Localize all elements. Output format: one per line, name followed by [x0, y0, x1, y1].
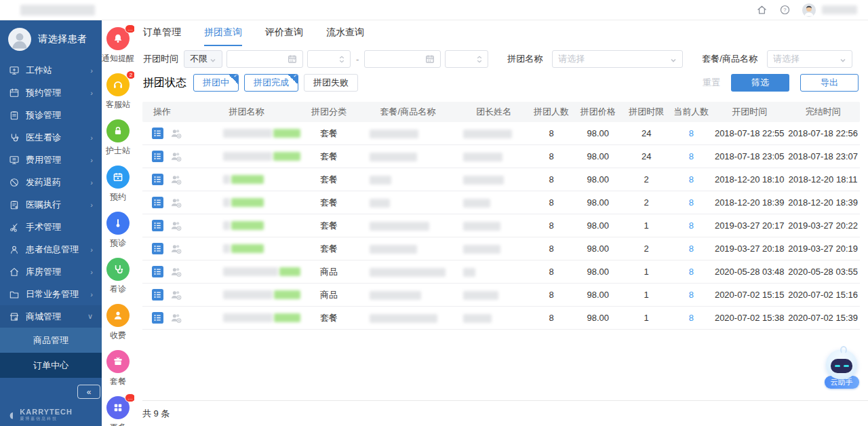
sidebar-item-3[interactable]: 预诊管理 [0, 104, 102, 126]
group-category: 套餐 [300, 243, 358, 255]
cancel-group-icon[interactable] [170, 197, 182, 208]
rail-item-6[interactable]: 看诊 [106, 258, 130, 295]
current-count-link[interactable]: 8 [670, 174, 713, 185]
rail-item-3[interactable]: 护士站 [106, 119, 130, 157]
chevron-right-icon: › [90, 246, 93, 254]
rail-item-label: 通知提醒 [102, 53, 134, 64]
group-name-redacted [193, 198, 300, 207]
start-time: 2019-03-27 20:18 [713, 244, 786, 254]
cancel-group-icon[interactable] [170, 220, 182, 231]
current-count-link[interactable]: 8 [670, 151, 713, 161]
sidebar-item-8[interactable]: 手术管理 [0, 216, 102, 238]
end-date-input[interactable] [364, 50, 441, 68]
sidebar-collapse-button[interactable]: « [77, 385, 100, 399]
time-limit: 1 [623, 220, 670, 231]
product-name-redacted [357, 244, 458, 254]
detail-icon[interactable] [152, 128, 163, 139]
people-count: 8 [530, 290, 572, 300]
detail-icon[interactable] [152, 174, 163, 185]
current-count-link[interactable]: 8 [670, 267, 713, 277]
column-header: 当前人数 [670, 106, 713, 118]
rail-item-4[interactable]: 预约 [106, 166, 130, 203]
sidebar-subitem-2[interactable]: 订单中心 [0, 353, 102, 378]
status-option-3[interactable]: 拼团失败 [304, 74, 358, 92]
sidebar-item-12[interactable]: 商城管理∨ [0, 305, 102, 328]
detail-icon[interactable] [152, 266, 163, 277]
home-icon[interactable] [755, 4, 768, 16]
sidebar-item-6[interactable]: 发药退药› [0, 171, 102, 193]
column-header: 拼团价格 [573, 106, 623, 118]
current-count-link[interactable]: 8 [670, 220, 713, 231]
cancel-group-icon[interactable] [170, 266, 182, 277]
detail-icon[interactable] [152, 243, 163, 254]
product-name-select[interactable]: 请选择 [767, 50, 852, 68]
sidebar-item-1[interactable]: 工作站› [0, 59, 102, 81]
group-name-select[interactable]: 请选择 [552, 50, 683, 68]
rail-item-9[interactable]: …更多 [106, 396, 130, 426]
sidebar-item-label: 医嘱执行 [26, 199, 90, 211]
detail-icon[interactable] [152, 220, 163, 231]
surgery-icon [9, 222, 20, 233]
filter-button[interactable]: 筛选 [731, 74, 789, 92]
rail-item-7[interactable]: 收费 [106, 304, 130, 341]
start-date-input[interactable] [226, 50, 303, 68]
cancel-group-icon[interactable] [170, 128, 182, 139]
sidebar-item-2[interactable]: 预约管理› [0, 81, 102, 104]
time-limit: 2 [623, 174, 670, 185]
reset-button[interactable]: 重置 [703, 77, 720, 89]
lock-icon [106, 119, 130, 142]
patient-selector[interactable]: 请选择患者 [0, 20, 102, 58]
sidebar-item-4[interactable]: 医生看诊› [0, 126, 102, 149]
pharmacy-icon [9, 177, 20, 188]
current-count-link[interactable]: 8 [670, 197, 713, 208]
time-preset-select[interactable]: 不限 [184, 50, 222, 68]
status-option-1[interactable]: 拼团中 [193, 74, 239, 92]
chevron-right-icon: › [90, 268, 93, 276]
sidebar-subitem-1[interactable]: 商品管理 [0, 328, 102, 353]
sidebar-item-5[interactable]: 费用管理› [0, 149, 102, 171]
help-icon[interactable]: ? [778, 4, 791, 16]
group-price: 98.00 [573, 290, 623, 300]
cloud-assistant[interactable]: 云助手 [822, 349, 861, 389]
current-count-link[interactable]: 8 [670, 290, 713, 300]
start-time: 2018-12-20 18:39 [713, 197, 786, 208]
chevron-down-icon: ∨ [87, 312, 93, 321]
tab-1[interactable]: 订单管理 [143, 26, 181, 46]
cancel-group-icon[interactable] [170, 243, 182, 254]
sidebar-item-7[interactable]: 医嘱执行› [0, 193, 102, 216]
status-option-2[interactable]: 拼团完成 [244, 74, 298, 92]
rail-item-8[interactable]: 套餐 [106, 350, 130, 387]
sidebar-item-10[interactable]: 库房管理› [0, 260, 102, 283]
start-time-input[interactable] [307, 50, 351, 68]
tab-3[interactable]: 评价查询 [265, 26, 303, 46]
detail-icon[interactable] [152, 289, 163, 301]
export-button[interactable]: 导出 [800, 74, 859, 92]
current-count-link[interactable]: 8 [670, 128, 713, 138]
sidebar-item-label: 日常业务管理 [26, 288, 90, 301]
patient-placeholder: 请选择患者 [38, 33, 87, 45]
sidebar-subitem-label: 商品管理 [33, 334, 68, 347]
cancel-group-icon[interactable] [170, 312, 182, 324]
end-time-input[interactable] [445, 50, 488, 68]
detail-icon[interactable] [152, 197, 163, 208]
cancel-group-icon[interactable] [170, 174, 182, 185]
table-header: 操作拼团名称拼团分类套餐/商品名称团长姓名拼团人数拼团价格拼团时限当前人数开团时… [142, 102, 860, 122]
time-limit: 1 [623, 267, 670, 277]
user-menu[interactable] [802, 3, 857, 18]
current-count-link[interactable]: 8 [670, 244, 713, 254]
rail-item-2[interactable]: 2客服站 [106, 73, 130, 111]
cancel-group-icon[interactable] [170, 151, 182, 162]
sidebar-item-9[interactable]: 患者信息管理› [0, 238, 102, 260]
row-actions [142, 151, 193, 162]
detail-icon[interactable] [152, 151, 163, 162]
current-count-link[interactable]: 8 [670, 313, 713, 323]
detail-icon[interactable] [152, 312, 163, 324]
product-name-redacted [357, 151, 458, 161]
tab-2[interactable]: 拼团查询 [204, 26, 242, 46]
leader-name-redacted [458, 220, 530, 231]
cancel-group-icon[interactable] [170, 289, 182, 301]
rail-item-5[interactable]: 预诊 [106, 212, 130, 249]
tab-4[interactable]: 流水查询 [326, 26, 364, 46]
sidebar-item-11[interactable]: 日常业务管理› [0, 283, 102, 305]
rail-item-1[interactable]: …通知提醒 [102, 27, 134, 64]
